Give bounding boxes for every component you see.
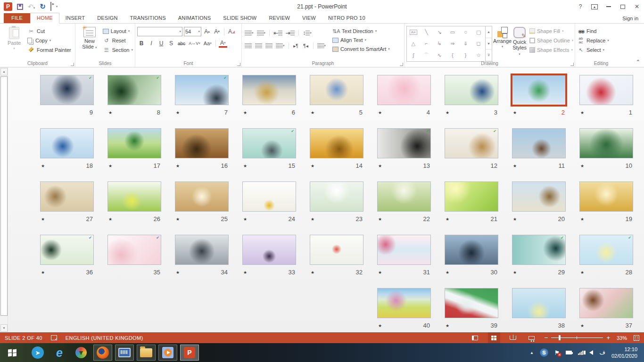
slide-thumbnail[interactable] bbox=[310, 128, 363, 158]
slide-thumbnail-cell[interactable]: ✔9 bbox=[40, 75, 94, 116]
slide-show-button[interactable] bbox=[526, 332, 538, 343]
slide-thumbnail[interactable]: ✔ bbox=[242, 128, 296, 158]
slide-thumbnail[interactable]: ✔ bbox=[579, 235, 633, 265]
language-status[interactable]: ENGLISH (UNITED KINGDOM) bbox=[66, 335, 143, 341]
shape-gallery-more-icon[interactable]: ⊽ bbox=[486, 49, 492, 61]
scroll-up-icon[interactable]: ▲ bbox=[0, 68, 8, 75]
slide-thumbnail-cell[interactable]: ★16 bbox=[175, 128, 229, 169]
paste-dropdown-icon[interactable]: ▾ bbox=[13, 47, 15, 50]
restore-icon[interactable] bbox=[616, 0, 630, 13]
decrease-font-size-button[interactable]: A▾ bbox=[213, 27, 221, 36]
slide-thumbnail-cell[interactable]: ★40 bbox=[377, 288, 431, 329]
text-direction-button[interactable]: ⇅AText Direction▾ bbox=[332, 27, 390, 35]
idm-taskbar-icon[interactable]: ▼ bbox=[72, 345, 91, 361]
slide-thumbnail[interactable] bbox=[310, 181, 363, 212]
tab-slide-show[interactable]: SLIDE SHOW bbox=[217, 13, 263, 23]
character-spacing-button[interactable]: A⇔V▾ bbox=[188, 39, 201, 48]
reading-view-button[interactable] bbox=[507, 332, 519, 343]
slide-thumbnail[interactable] bbox=[40, 128, 94, 158]
right-arrow-shape-icon[interactable]: ⇒ bbox=[450, 41, 454, 47]
slide-thumbnail[interactable]: ✔ bbox=[40, 75, 94, 105]
slide-thumbnail-cell[interactable]: ★11 bbox=[512, 128, 566, 169]
underline-button[interactable]: U bbox=[157, 39, 165, 48]
copy-button[interactable]: Copy▾ bbox=[27, 37, 71, 44]
slide-thumbnail[interactable] bbox=[512, 288, 566, 318]
slide-thumbnail-cell[interactable]: ★22 bbox=[377, 181, 431, 222]
slide-thumbnail[interactable] bbox=[377, 181, 431, 212]
slide-thumbnail-cell[interactable]: ★32 bbox=[310, 235, 363, 276]
text-shadow-button[interactable]: S bbox=[167, 39, 175, 48]
slide-thumbnail-cell[interactable]: ★31 bbox=[377, 235, 431, 276]
slide-thumbnail[interactable] bbox=[40, 181, 94, 212]
arc-shape-icon[interactable]: ⌒ bbox=[424, 52, 429, 59]
fit-slide-to-window-icon[interactable] bbox=[634, 335, 639, 341]
telegram-taskbar-icon[interactable]: ➤ bbox=[28, 345, 47, 361]
slide-thumbnail-cell[interactable]: ✔★29 bbox=[512, 235, 566, 276]
hidden-icons-chevron-icon[interactable]: ▲ bbox=[530, 351, 534, 355]
slide-thumbnail[interactable] bbox=[445, 181, 498, 212]
slide-thumbnail-cell[interactable]: ★2 bbox=[512, 75, 566, 116]
zoom-slider-thumb[interactable] bbox=[559, 335, 561, 340]
help-icon[interactable]: ? bbox=[573, 0, 587, 13]
select-button[interactable]: ↖Select▾ bbox=[577, 46, 609, 54]
slide-thumbnail[interactable] bbox=[512, 75, 566, 105]
italic-button[interactable]: I bbox=[147, 39, 156, 48]
slide-thumbnail-cell[interactable]: ★26 bbox=[107, 181, 161, 222]
slide-thumbnail[interactable] bbox=[310, 235, 363, 265]
slide-thumbnail-cell[interactable]: ✔12 bbox=[445, 128, 498, 169]
arrow-shape-icon[interactable]: ↘ bbox=[438, 29, 442, 35]
slide-thumbnail-cell[interactable]: ✔★36 bbox=[40, 235, 94, 276]
close-icon[interactable]: ✕ bbox=[630, 0, 644, 13]
tab-transitions[interactable]: TRANSITIONS bbox=[124, 13, 172, 23]
slide-thumbnail[interactable]: ✔ bbox=[107, 75, 161, 105]
slide-thumbnail[interactable]: ✔ bbox=[512, 235, 566, 265]
shape-fill-button[interactable]: Shape Fill▾ bbox=[529, 27, 573, 35]
elbow-shape-icon[interactable]: ⌐ bbox=[425, 41, 428, 46]
slide-counter[interactable]: SLIDE 2 OF 40 bbox=[5, 335, 42, 341]
power-battery-icon[interactable] bbox=[566, 351, 572, 354]
media-player-taskbar-icon[interactable] bbox=[158, 345, 177, 361]
slide-thumbnail[interactable] bbox=[445, 235, 498, 265]
oval-shape-icon[interactable]: ○ bbox=[464, 29, 467, 35]
slide-thumbnail-cell[interactable]: ★3 bbox=[445, 75, 498, 116]
slide-thumbnail-cell[interactable]: ★33 bbox=[242, 235, 296, 276]
slide-thumbnail-cell[interactable]: ★39 bbox=[445, 288, 498, 329]
slide-thumbnail-cell[interactable]: ★30 bbox=[445, 235, 498, 276]
rectangle-shape-icon[interactable]: ▭ bbox=[450, 29, 455, 35]
slide-thumbnail-cell[interactable]: ★5 bbox=[310, 75, 363, 116]
powerpoint-taskbar-icon[interactable]: P bbox=[180, 345, 199, 361]
zoom-percentage[interactable]: 33% bbox=[617, 335, 627, 341]
slide-thumbnail-cell[interactable]: ✔★13 bbox=[377, 128, 431, 169]
slide-thumbnail[interactable] bbox=[242, 235, 296, 265]
left-brace-shape-icon[interactable]: { bbox=[452, 52, 454, 58]
clipboard-dialog-launcher-icon[interactable] bbox=[71, 63, 74, 66]
start-button[interactable] bbox=[0, 343, 25, 362]
down-arrow-shape-icon[interactable]: ⇓ bbox=[463, 41, 468, 47]
triangle-shape-icon[interactable]: △ bbox=[412, 41, 415, 47]
slide-thumbnail[interactable]: ✔ bbox=[175, 75, 229, 105]
volume-icon[interactable] bbox=[589, 350, 593, 355]
rtl-direction-button[interactable]: ¶◂ bbox=[302, 41, 310, 50]
collapse-ribbon-icon[interactable]: ⌃ bbox=[636, 59, 640, 65]
tab-animations[interactable]: ANIMATIONS bbox=[172, 13, 217, 23]
layout-button[interactable]: Layout▾ bbox=[103, 27, 133, 35]
slide-thumbnail[interactable] bbox=[512, 181, 566, 212]
slide-thumbnail-cell[interactable]: ★20 bbox=[512, 181, 566, 222]
slide-thumbnail-cell[interactable]: ★18 bbox=[40, 128, 94, 169]
format-painter-button[interactable]: Format Painter bbox=[27, 46, 71, 54]
spell-check-icon[interactable] bbox=[51, 335, 57, 340]
slide-thumbnail-cell[interactable]: ✔★15 bbox=[242, 128, 296, 169]
scroll-down-icon[interactable]: ▼ bbox=[0, 324, 8, 332]
slide-thumbnail-cell[interactable]: ★25 bbox=[175, 181, 229, 222]
slide-thumbnail[interactable] bbox=[445, 288, 498, 318]
align-right-button[interactable] bbox=[264, 41, 273, 50]
font-dialog-launcher-icon[interactable] bbox=[237, 63, 240, 66]
slide-thumbnail[interactable]: ✔ bbox=[377, 128, 431, 158]
slide-thumbnail[interactable] bbox=[242, 181, 296, 212]
cut-button[interactable]: ✂Cut bbox=[27, 27, 71, 35]
font-size-combobox[interactable]: 54▾ bbox=[184, 27, 201, 36]
slide-thumbnail-cell[interactable]: ★6 bbox=[242, 75, 296, 116]
elbow-arrow-shape-icon[interactable]: ↳ bbox=[438, 41, 442, 47]
slide-thumbnail[interactable] bbox=[579, 288, 633, 318]
line-shape-icon[interactable]: ╲ bbox=[425, 29, 428, 35]
